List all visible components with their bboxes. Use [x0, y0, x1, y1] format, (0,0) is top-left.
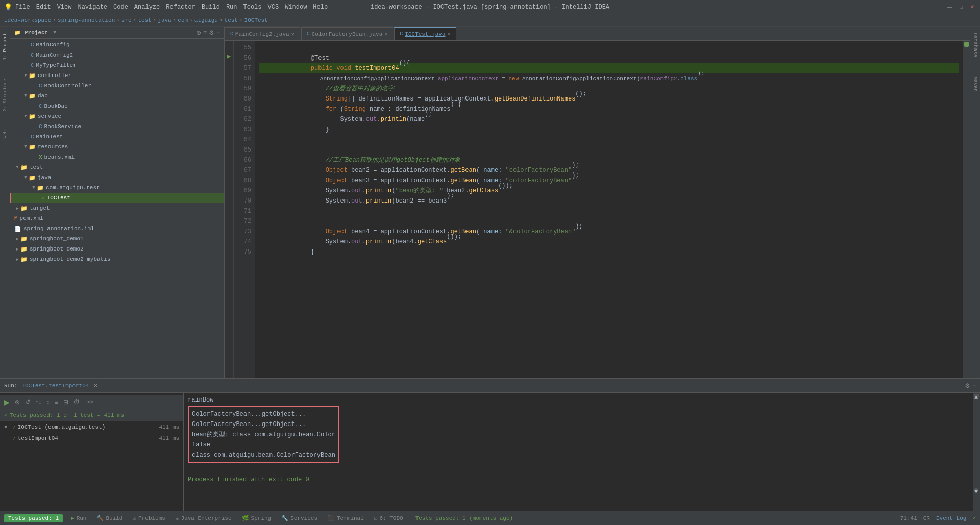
- tab-close-colorfactorybean[interactable]: ✕: [384, 31, 387, 37]
- stop-button[interactable]: ⊗: [13, 397, 22, 407]
- breadcrumb-module[interactable]: spring-annotation: [58, 17, 115, 23]
- rerun-failed-button[interactable]: ↺: [23, 397, 32, 407]
- tree-item-dao[interactable]: ▼ 📁 dao: [10, 91, 224, 101]
- breadcrumb-workspace[interactable]: idea-workspace: [4, 17, 51, 23]
- breadcrumb-ioctest[interactable]: IOCTest: [244, 17, 268, 23]
- right-tab-maven[interactable]: Maven: [971, 72, 979, 96]
- gutter-56: [225, 41, 233, 51]
- tree-item-target[interactable]: ▶ 📁 target: [10, 203, 224, 213]
- java-icon: C: [31, 42, 34, 48]
- sidebar-tab-web[interactable]: Web: [1, 126, 9, 142]
- panel-collapse[interactable]: ≡: [203, 29, 207, 36]
- tree-item-comtest[interactable]: ▼ 📁 com.atguigu.test: [10, 183, 224, 193]
- tree-item-bookservice[interactable]: C BookService: [10, 121, 224, 132]
- output-scroll-down[interactable]: ▼: [974, 488, 978, 492]
- status-tab-build[interactable]: 🔨 Build: [94, 515, 125, 521]
- code-editor[interactable]: @Test public void testImport04(){ Annota…: [255, 41, 963, 378]
- breadcrumb-com[interactable]: com: [178, 17, 188, 23]
- status-tab-javaenterprise[interactable]: ☕ Java Enterprise: [174, 515, 234, 521]
- run-panel-close[interactable]: ✕: [93, 382, 99, 389]
- breadcrumb-java[interactable]: java: [158, 17, 171, 23]
- tree-item-resources[interactable]: ▼ 📁 resources: [10, 142, 224, 152]
- rerun-button[interactable]: ▶: [2, 397, 12, 407]
- event-log[interactable]: Event Log: [936, 515, 966, 521]
- tab-icon: C: [230, 31, 233, 37]
- collapse-button[interactable]: ⊟: [61, 397, 70, 407]
- status-tab-todo[interactable]: ☑ 6: TODO: [372, 515, 405, 521]
- status-tab-terminal[interactable]: ⬛ Terminal: [326, 515, 366, 521]
- tab-ioctest[interactable]: C IOCTest.java ✕: [394, 27, 456, 40]
- status-tab-spring[interactable]: 🌿 Spring: [240, 515, 274, 521]
- test-item-testimport04[interactable]: ✓ testImport04 411 ms: [0, 433, 183, 444]
- tree-item-beans[interactable]: X beans.xml: [10, 152, 224, 162]
- breadcrumb-atguigu[interactable]: atguigu: [194, 17, 218, 23]
- tree-item-springbootdemo2[interactable]: ▶ 📁 springboot_demo2: [10, 244, 224, 254]
- scroll-bar-right[interactable]: [963, 41, 970, 378]
- gutter-71: [225, 194, 233, 204]
- history-button[interactable]: ⏱: [71, 397, 82, 407]
- gutter-57[interactable]: ▶: [225, 51, 233, 61]
- settings-button[interactable]: ⚙: [965, 382, 970, 389]
- tree-item-test[interactable]: ▼ 📁 test: [10, 162, 224, 172]
- menu-view[interactable]: View: [57, 4, 72, 11]
- menu-window[interactable]: Window: [285, 4, 307, 11]
- panel-close[interactable]: −: [216, 29, 220, 36]
- output-scroll[interactable]: ▲ ▼: [973, 393, 980, 511]
- tree-item-java[interactable]: ▼ 📁 java: [10, 172, 224, 183]
- menu-navigate[interactable]: Navigate: [78, 4, 107, 11]
- status-tab-run[interactable]: ▶ Run: [69, 515, 88, 521]
- breadcrumb-src[interactable]: src: [121, 17, 132, 23]
- run-test-name[interactable]: IOCTest.testImport04: [21, 383, 89, 389]
- tree-item-iml[interactable]: 📄 spring-annotation.iml: [10, 223, 224, 234]
- menu-tools[interactable]: Tools: [243, 4, 262, 11]
- sort-alpha-button[interactable]: ↕: [44, 397, 52, 407]
- breadcrumb-test[interactable]: test: [138, 17, 151, 23]
- menu-analyze[interactable]: Analyze: [134, 4, 160, 11]
- window-controls[interactable]: — □ ✕: [946, 4, 976, 11]
- tree-item-service[interactable]: ▼ 📁 service: [10, 111, 224, 121]
- sort-tests-button[interactable]: ↑↓: [33, 397, 43, 407]
- tree-item-controller[interactable]: ▼ 📁 controller: [10, 70, 224, 81]
- panel-settings[interactable]: ⚙: [209, 29, 214, 36]
- menu-run[interactable]: Run: [226, 4, 237, 11]
- maximize-button[interactable]: □: [958, 4, 965, 11]
- sidebar-tab-structure[interactable]: 2: Structure: [1, 74, 9, 116]
- status-tab-problems[interactable]: ⚠ Problems: [131, 515, 167, 521]
- menu-edit[interactable]: Edit: [36, 4, 51, 11]
- close-button[interactable]: ✕: [969, 4, 976, 11]
- tree-item-mainconfig2[interactable]: C MainConfig2: [10, 50, 224, 60]
- tree-item-ioctest[interactable]: ✓ IOCTest: [10, 193, 224, 203]
- notifications-icon[interactable]: ✓: [972, 515, 976, 521]
- scroll-thumb[interactable]: [964, 42, 969, 47]
- menu-vcs[interactable]: VCS: [268, 4, 279, 11]
- sidebar-tab-project[interactable]: 1: Project: [1, 29, 9, 64]
- output-scroll-up[interactable]: ▲: [974, 394, 979, 398]
- tree-item-pom[interactable]: M pom.xml: [10, 213, 224, 223]
- tree-item-springbootdemo2mybatis[interactable]: ▶ 📁 springboot_demo2_mybatis: [10, 254, 224, 264]
- tab-mainconfig2[interactable]: C MainConfig2.java ✕: [225, 27, 300, 40]
- expand-button[interactable]: ≡: [53, 397, 60, 407]
- panel-scroll-to-top[interactable]: ⊕: [196, 29, 201, 36]
- menu-build[interactable]: Build: [202, 4, 220, 11]
- tests-passed-badge[interactable]: Tests passed: 1: [4, 514, 63, 522]
- menu-help[interactable]: Help: [313, 4, 328, 11]
- breadcrumb-testpkg[interactable]: test: [225, 17, 238, 23]
- tree-item-mytypefilter[interactable]: C MyTypeFilter: [10, 60, 224, 70]
- main-menu[interactable]: File Edit View Navigate Code Analyze Ref…: [15, 4, 328, 11]
- tab-colorfactorybean[interactable]: C ColorFactoryBean.java ✕: [301, 27, 394, 40]
- test-item-ioctest[interactable]: ▼ ✓ IOCTest (com.atguigu.test) 411 ms: [0, 421, 183, 433]
- tree-item-bookcontroller[interactable]: C BookController: [10, 81, 224, 91]
- menu-file[interactable]: File: [15, 4, 30, 11]
- tab-close-mainconfig2[interactable]: ✕: [291, 31, 295, 37]
- minimize-panel-button[interactable]: −: [972, 382, 976, 389]
- minimize-button[interactable]: —: [946, 4, 953, 11]
- status-tab-services[interactable]: 🔧 Services: [279, 515, 320, 521]
- tree-item-maintest[interactable]: C MainTest: [10, 132, 224, 142]
- tab-close-ioctest[interactable]: ✕: [448, 31, 451, 37]
- menu-refactor[interactable]: Refactor: [166, 4, 195, 11]
- menu-code[interactable]: Code: [113, 4, 128, 11]
- right-tab-database[interactable]: Database: [971, 29, 979, 61]
- tree-item-springbootdemo1[interactable]: ▶ 📁 springboot_demo1: [10, 234, 224, 244]
- tree-item-bookdao[interactable]: C BookDao: [10, 101, 224, 111]
- tree-item-mainconfig[interactable]: C MainConfig: [10, 40, 224, 50]
